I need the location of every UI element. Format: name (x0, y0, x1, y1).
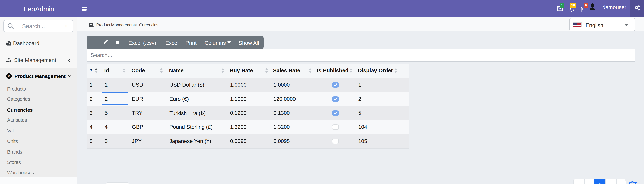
svg-text:P: P (8, 74, 10, 78)
